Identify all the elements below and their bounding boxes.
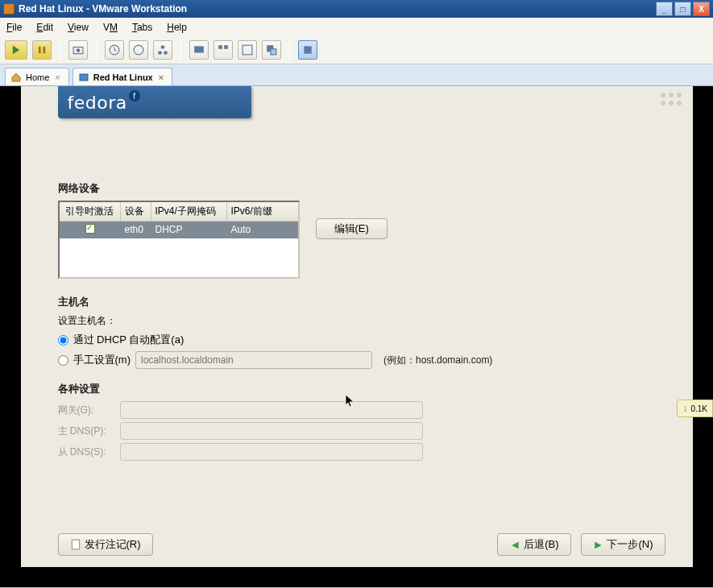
screen-icon <box>193 44 205 56</box>
fedora-logo-text: fedora <box>68 93 127 113</box>
tree-icon <box>157 44 168 56</box>
menu-edit[interactable]: Edit <box>36 22 53 33</box>
mouse-cursor <box>345 395 356 412</box>
fullscreen-button[interactable] <box>238 40 257 60</box>
col-ipv4[interactable]: IPv4/子网掩码 <box>151 202 227 221</box>
fedora-banner: fedora f <box>58 86 251 118</box>
svg-rect-11 <box>218 45 222 49</box>
power-on-button[interactable] <box>5 40 27 60</box>
cell-device: eth0 <box>121 222 151 238</box>
svg-point-9 <box>164 51 168 55</box>
menu-tabs[interactable]: Tabs <box>132 22 152 33</box>
window-titlebar: Red Hat Linux - VMware Workstation _ □ X <box>0 0 713 18</box>
radio-manual[interactable] <box>58 355 68 366</box>
home-icon <box>10 72 22 83</box>
clock-mgr-icon <box>133 44 144 56</box>
menu-help[interactable]: Help <box>167 22 187 33</box>
section-network-devices: 网络设备 <box>58 181 669 196</box>
secondary-dns-label: 从 DNS(S): <box>58 445 116 459</box>
menu-bar: FFileile Edit View VM Tabs Help <box>0 18 713 35</box>
col-device[interactable]: 设备 <box>121 202 151 221</box>
show-console-button[interactable] <box>189 40 209 60</box>
back-button[interactable]: ◄ 后退(B) <box>497 533 570 556</box>
snapshot-icon <box>73 44 84 56</box>
secondary-dns-input[interactable] <box>120 443 423 461</box>
revert-button[interactable] <box>105 40 124 60</box>
svg-point-7 <box>161 45 165 49</box>
document-icon <box>70 539 81 550</box>
quick-switch-button[interactable] <box>213 40 233 60</box>
close-button[interactable]: X <box>693 2 710 16</box>
primary-dns-label: 主 DNS(P): <box>58 424 116 438</box>
summary-button[interactable] <box>298 40 317 60</box>
svg-rect-18 <box>72 540 79 549</box>
clock-icon <box>109 44 120 56</box>
col-activate[interactable]: 引导时激活 <box>60 202 121 221</box>
primary-dns-input[interactable] <box>120 422 423 440</box>
menu-file[interactable]: FFileile <box>6 22 22 33</box>
fullscreen-icon <box>242 44 253 56</box>
hostname-hint: (例如：host.domain.com) <box>383 354 492 367</box>
unity-button[interactable] <box>262 40 281 60</box>
maximize-button[interactable]: □ <box>674 2 691 16</box>
arrow-right-icon: ► <box>593 538 604 551</box>
radio-manual-label: 手工设置(m) <box>73 353 131 367</box>
arrow-left-icon: ◄ <box>509 538 520 551</box>
app-icon <box>3 3 15 14</box>
svg-rect-2 <box>43 46 45 52</box>
release-notes-button[interactable]: 发行注记(R) <box>58 533 153 556</box>
table-row[interactable]: eth0 DHCP Auto <box>60 222 298 238</box>
network-speed-overlay: ↓ 0.1K <box>677 400 713 417</box>
grip-dots <box>661 93 680 106</box>
hostname-input[interactable] <box>135 351 372 369</box>
cell-ipv4: DHCP <box>151 222 227 238</box>
svg-marker-0 <box>13 45 19 54</box>
svg-rect-15 <box>271 48 276 54</box>
edit-button[interactable]: 编辑(E) <box>316 218 388 239</box>
col-ipv6[interactable]: IPv6/前缀 <box>227 202 280 221</box>
svg-rect-16 <box>304 46 311 53</box>
network-device-table: 引导时激活 设备 IPv4/子网掩码 IPv6/前缀 eth0 DHCP Aut… <box>58 201 300 279</box>
section-hostname: 主机名 <box>58 295 669 309</box>
minimize-button[interactable]: _ <box>656 2 673 16</box>
window-title: Red Hat Linux - VMware Workstation <box>19 3 656 14</box>
activate-checkbox[interactable] <box>85 224 95 234</box>
gateway-label: 网关(G): <box>58 404 116 417</box>
section-misc: 各种设置 <box>58 382 669 396</box>
gateway-input[interactable] <box>120 401 423 419</box>
svg-rect-1 <box>39 46 41 52</box>
svg-rect-12 <box>224 45 228 49</box>
tab-bar: Home × Red Hat Linux × <box>0 64 713 86</box>
svg-point-6 <box>134 45 143 55</box>
fedora-logo-badge: f <box>129 90 140 101</box>
redhat-icon <box>78 72 89 83</box>
menu-vm[interactable]: VM <box>103 22 118 33</box>
tab-home-label: Home <box>26 72 49 82</box>
summary-icon <box>302 44 313 56</box>
menu-view[interactable]: View <box>68 22 89 33</box>
next-button[interactable]: ► 下一步(N) <box>581 533 665 556</box>
svg-point-4 <box>77 48 81 52</box>
tab-home-close[interactable]: × <box>53 72 61 82</box>
pause-button[interactable] <box>32 40 52 60</box>
installer-screen: fedora f 网络设备 引导时激活 设备 IPv4/子网掩码 IPv6/前缀 <box>21 86 693 567</box>
svg-rect-17 <box>80 74 88 81</box>
pause-icon <box>36 44 48 56</box>
grid-icon <box>218 44 229 56</box>
download-arrow-icon: ↓ <box>682 403 687 414</box>
snapshot-mgr-button[interactable] <box>129 40 148 60</box>
radio-dhcp-label: 通过 DHCP 自动配置(a) <box>73 333 184 347</box>
hostname-prompt: 设置主机名： <box>58 314 669 328</box>
snapshot-tree-button[interactable] <box>153 40 172 60</box>
tab-redhat[interactable]: Red Hat Linux × <box>73 68 172 85</box>
toolbar <box>0 35 713 64</box>
vm-display-area[interactable]: fedora f 网络设备 引导时激活 设备 IPv4/子网掩码 IPv6/前缀 <box>0 86 713 587</box>
svg-rect-13 <box>243 45 252 55</box>
cell-ipv6: Auto <box>227 222 280 238</box>
tab-redhat-close[interactable]: × <box>157 72 165 82</box>
svg-point-8 <box>158 51 162 55</box>
download-speed: 0.1K <box>690 404 707 413</box>
radio-dhcp[interactable] <box>58 335 68 346</box>
tab-home[interactable]: Home × <box>5 68 69 85</box>
snapshot-button[interactable] <box>68 40 88 60</box>
